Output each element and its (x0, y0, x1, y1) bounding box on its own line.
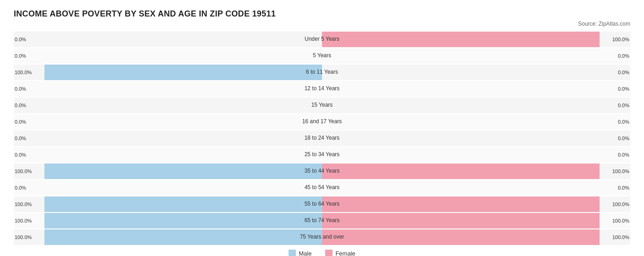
chart-row: 16 and 17 Years0.0%0.0% (14, 114, 630, 130)
chart-row: 75 Years and over100.0%100.0% (14, 229, 630, 245)
female-value: 0.0% (618, 86, 629, 92)
female-value: 100.0% (612, 202, 629, 207)
female-value: 0.0% (618, 152, 629, 158)
male-value: 0.0% (15, 152, 26, 158)
male-value: 0.0% (15, 86, 26, 92)
male-value: 0.0% (15, 103, 26, 108)
legend-male-label: Male (299, 250, 311, 256)
chart-row: 15 Years0.0%0.0% (14, 98, 630, 113)
legend: Male Female (14, 250, 630, 256)
chart-title: INCOME ABOVE POVERTY BY SEX AND AGE IN Z… (14, 9, 630, 19)
source-label: Source: ZipAtlas.com (14, 21, 630, 27)
female-value: 0.0% (618, 185, 629, 191)
male-value: 0.0% (15, 185, 26, 191)
male-value: 100.0% (15, 218, 32, 223)
chart-area: Under 5 Years0.0%100.0%5 Years0.0%0.0%6 … (14, 32, 630, 245)
male-value: 0.0% (15, 136, 26, 141)
female-value: 100.0% (612, 218, 629, 223)
female-value: 100.0% (612, 169, 629, 174)
legend-male-box (289, 250, 296, 256)
male-value: 0.0% (15, 119, 26, 125)
legend-male: Male (289, 250, 311, 256)
male-value: 100.0% (15, 234, 32, 240)
female-value: 100.0% (612, 234, 629, 240)
chart-container: INCOME ABOVE POVERTY BY SEX AND AGE IN Z… (14, 9, 630, 256)
male-value: 100.0% (15, 202, 32, 207)
chart-row: 18 to 24 Years0.0%0.0% (14, 131, 630, 146)
chart-row: 6 to 11 Years100.0%0.0% (14, 65, 630, 80)
chart-row: 45 to 54 Years0.0%0.0% (14, 180, 630, 196)
legend-female: Female (325, 250, 355, 256)
male-value: 0.0% (15, 37, 26, 42)
legend-female-box (325, 250, 333, 256)
male-value: 100.0% (15, 70, 32, 75)
chart-row: 5 Years0.0%0.0% (14, 48, 630, 64)
female-value: 0.0% (618, 103, 629, 108)
chart-row: 12 to 14 Years0.0%0.0% (14, 81, 630, 97)
female-value: 0.0% (618, 70, 629, 75)
chart-row: 35 to 44 Years100.0%100.0% (14, 163, 630, 179)
female-value: 0.0% (618, 53, 629, 59)
female-value: 0.0% (618, 136, 629, 141)
female-value: 0.0% (618, 119, 629, 125)
female-value: 100.0% (612, 37, 629, 42)
chart-row: Under 5 Years0.0%100.0% (14, 32, 630, 47)
male-value: 100.0% (15, 169, 32, 174)
chart-row: 25 to 34 Years0.0%0.0% (14, 147, 630, 163)
chart-row: 65 to 74 Years100.0%100.0% (14, 213, 630, 229)
male-value: 0.0% (15, 53, 26, 59)
chart-row: 55 to 64 Years100.0%100.0% (14, 196, 630, 212)
legend-female-label: Female (335, 250, 355, 256)
